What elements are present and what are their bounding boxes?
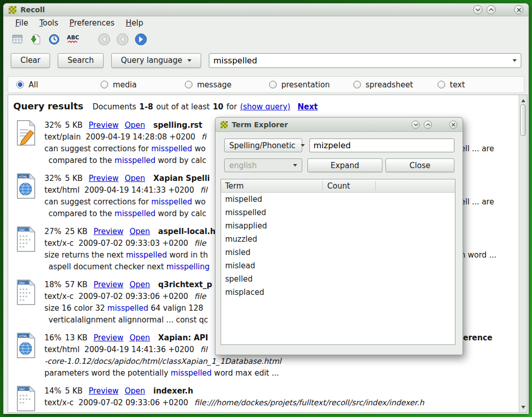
source-file-icon[interactable]: SRC: [14, 385, 38, 413]
next-page-button[interactable]: [133, 32, 149, 47]
html-file-icon[interactable]: HTML: [14, 173, 38, 200]
dialog-close-button[interactable]: [449, 121, 457, 129]
radio-icon[interactable]: [269, 81, 277, 88]
clear-button[interactable]: Clear: [11, 53, 50, 68]
snippet-text: word in th: [167, 250, 208, 260]
preview-link[interactable]: Preview: [93, 280, 123, 289]
filter-text[interactable]: text: [438, 80, 465, 89]
result-url-line: -core-1.0.12/docs/apidoc/html/classXapia…: [44, 356, 281, 367]
snippet-line: parameters word the potentially misspell…: [44, 367, 281, 379]
close-icon: [451, 123, 455, 127]
column-header-term[interactable]: Term: [221, 181, 322, 191]
source-file-icon[interactable]: SRC: [14, 279, 38, 307]
expand-button[interactable]: Expand: [307, 158, 382, 172]
filter-presentation[interactable]: presentation: [269, 80, 353, 89]
scroll-down-button[interactable]: [520, 404, 527, 412]
term-row[interactable]: misplaced: [221, 286, 455, 299]
close-button[interactable]: [514, 5, 523, 14]
term-input[interactable]: [309, 138, 454, 152]
terms-table-header[interactable]: Term Count: [221, 179, 455, 193]
column-divider[interactable]: [375, 181, 376, 191]
highlight-term: misspelled: [114, 156, 155, 165]
menu-preferences[interactable]: Preferences: [64, 18, 120, 29]
radio-icon[interactable]: [438, 81, 445, 88]
maximize-button[interactable]: [487, 5, 496, 14]
term-row[interactable]: mislead: [221, 259, 455, 272]
dialog-maximize-button[interactable]: [424, 121, 432, 129]
open-link[interactable]: Open: [130, 280, 150, 289]
term-row[interactable]: mispelled: [221, 193, 455, 206]
result-title: Xapian: API: [158, 333, 208, 342]
next-page-link[interactable]: Next: [298, 102, 318, 111]
save-document-button[interactable]: [28, 32, 43, 47]
window-titlebar[interactable]: Recoll: [4, 4, 528, 16]
highlight-term: misspelled: [107, 304, 148, 313]
html-file-icon[interactable]: HTML: [14, 332, 38, 360]
results-table-button[interactable]: [10, 32, 25, 47]
open-link[interactable]: Open: [125, 121, 145, 130]
preview-link[interactable]: Preview: [93, 333, 123, 342]
file-size: 5 KB: [65, 174, 82, 183]
show-query-link[interactable]: (show query): [240, 102, 291, 111]
dialog-shade-button[interactable]: [412, 121, 420, 129]
dialog-title: Term Explorer: [232, 121, 288, 129]
term-explorer-button[interactable]: ABC: [65, 32, 83, 47]
result-item: SRC 14%5 KBPreviewOpenindexer.h text/x-c…: [8, 379, 527, 413]
term-row[interactable]: muzzled: [221, 233, 455, 246]
preview-link[interactable]: Preview: [89, 174, 118, 183]
highlight-term: misspelled: [151, 144, 192, 153]
column-header-count[interactable]: Count: [322, 181, 350, 191]
result-headline: 32%5 KBPreviewOpenspelling.rst: [44, 120, 206, 131]
shade-button[interactable]: [473, 5, 482, 14]
dialog-close-action-button[interactable]: Close: [385, 158, 454, 172]
menu-file[interactable]: File: [10, 18, 34, 29]
search-input[interactable]: [209, 56, 507, 65]
scrollbar-thumb[interactable]: [520, 104, 526, 136]
svg-text:ABC: ABC: [67, 34, 79, 40]
term-row[interactable]: misspelled: [221, 206, 455, 219]
term-row[interactable]: misled: [221, 246, 455, 259]
first-page-button[interactable]: [96, 32, 112, 47]
chevron-down-icon[interactable]: [513, 59, 517, 64]
dialog-titlebar[interactable]: Term Explorer: [215, 118, 463, 132]
expand-mode-combobox[interactable]: Spelling/Phonetic: [224, 138, 302, 152]
open-link[interactable]: Open: [130, 227, 150, 236]
menu-tools[interactable]: Tools: [34, 18, 64, 29]
preview-link[interactable]: Preview: [89, 386, 118, 396]
scroll-up-button[interactable]: [520, 96, 527, 103]
language-combobox[interactable]: english: [224, 158, 302, 172]
result-title: q3richtext_p: [158, 280, 212, 289]
preview-link[interactable]: Preview: [93, 227, 123, 236]
document-arrow-icon: [30, 33, 42, 45]
query-mode-combobox[interactable]: Query language: [111, 53, 201, 68]
toolbar: ABC: [4, 30, 528, 50]
column-divider[interactable]: [322, 181, 323, 191]
source-file-icon[interactable]: SRC: [14, 226, 38, 253]
radio-icon[interactable]: [185, 81, 192, 88]
radio-icon[interactable]: [101, 81, 108, 88]
desktop: Recoll File Tools Preferences Help ABC C…: [0, 0, 532, 417]
open-link[interactable]: Open: [125, 386, 145, 396]
filter-spreadsheet[interactable]: spreadsheet: [353, 80, 438, 89]
history-button[interactable]: [46, 32, 62, 47]
prev-page-button[interactable]: [115, 32, 130, 47]
dialog-body: Spelling/Phonetic english Expand Close T…: [215, 132, 463, 355]
menu-help[interactable]: Help: [120, 18, 149, 29]
search-button[interactable]: Search: [58, 53, 104, 68]
snippet-text: word max edit ...: [212, 368, 279, 378]
term-row[interactable]: spelled: [221, 272, 455, 286]
radio-icon[interactable]: [16, 81, 24, 88]
highlight-term: misspelled: [114, 209, 155, 218]
snippet-fragment: ell ... are: [461, 143, 494, 155]
term-row[interactable]: misapplied: [221, 219, 455, 233]
filter-message[interactable]: message: [185, 80, 269, 89]
preview-link[interactable]: Preview: [89, 121, 118, 130]
text-file-icon[interactable]: [14, 120, 38, 147]
open-link[interactable]: Open: [130, 333, 150, 342]
filter-all[interactable]: All: [16, 80, 101, 89]
results-scrollbar[interactable]: [519, 95, 527, 412]
filter-media[interactable]: media: [101, 80, 185, 89]
open-link[interactable]: Open: [125, 174, 145, 183]
arrow-left-icon: [98, 33, 111, 46]
radio-icon[interactable]: [353, 81, 361, 88]
